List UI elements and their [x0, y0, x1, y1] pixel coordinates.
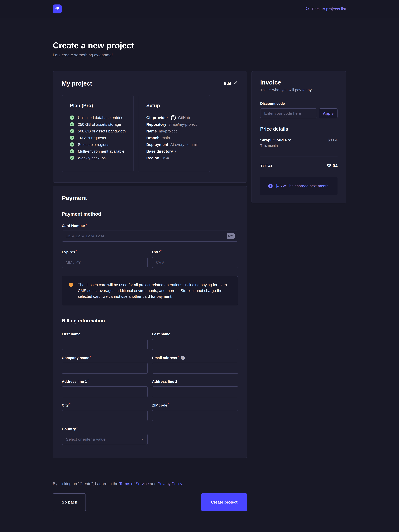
plan-feature-label: 1M API requests — [78, 136, 106, 140]
country-group: Country* Select or enter a value ▼ — [62, 427, 148, 445]
setup-row-value: USA — [161, 156, 169, 160]
plan-feature-row: Unlimited database entries — [70, 114, 127, 121]
my-project-card: My project Edit Plan (P — [53, 71, 247, 183]
required-asterisk: * — [69, 402, 70, 406]
setup-row: Branch main — [146, 135, 203, 141]
setup-row-value: my-project — [159, 129, 177, 133]
invoice-subtitle-emphasis: today — [302, 88, 312, 92]
pencil-icon — [234, 81, 237, 86]
plan-feature-row: 250 GB of assets storage — [70, 121, 127, 128]
address2-input[interactable] — [152, 386, 238, 397]
cvc-group: CVC* — [152, 250, 238, 268]
price-details-title: Price details — [260, 126, 338, 132]
setup-row-value: main — [162, 136, 170, 140]
back-to-projects-link[interactable]: ↻ Back to projects list — [305, 6, 346, 11]
setup-row: Region USA — [146, 155, 203, 161]
setup-row-label: Region — [146, 156, 159, 160]
back-icon: ↻ — [305, 6, 309, 11]
country-label: Country — [62, 427, 76, 431]
company-name-input[interactable] — [62, 363, 148, 374]
edit-button-label: Edit — [224, 81, 231, 86]
edit-button[interactable]: Edit — [223, 81, 238, 86]
email-info-icon[interactable]: i — [181, 356, 185, 360]
github-icon — [170, 115, 176, 120]
email-group: Email address* i — [152, 356, 238, 374]
card-number-input[interactable] — [62, 231, 238, 242]
terms-of-service-link[interactable]: Terms of Service — [119, 481, 149, 486]
cvc-input[interactable] — [152, 257, 238, 268]
plan-title: Plan (Pro) — [70, 103, 127, 108]
setup-title: Setup — [146, 103, 203, 108]
terms-suffix: . — [182, 481, 183, 486]
setup-row-value: / — [175, 149, 176, 153]
setup-row: Git provider GitHub — [146, 114, 203, 121]
address1-input[interactable] — [62, 386, 148, 397]
plan-feature-label: 250 GB of assets storage — [78, 122, 121, 127]
strapi-logo[interactable] — [53, 5, 62, 13]
warning-text: The chosen card will be used for all pro… — [78, 282, 231, 299]
last-name-group: Last name — [152, 332, 238, 350]
plan-feature-row: Selectable regions — [70, 141, 127, 148]
city-input[interactable] — [62, 410, 148, 421]
first-name-input[interactable] — [62, 339, 148, 350]
setup-row-label: Deployment — [146, 142, 168, 147]
setup-row: Name my-project — [146, 128, 203, 135]
company-name-group: Company name* — [62, 356, 148, 374]
setup-row-value: GitHub — [178, 116, 190, 120]
expires-group: Expires* — [62, 250, 148, 268]
plan-feature-row: 500 GB of assets bandwidth — [70, 128, 127, 135]
invoice-subtitle: This is what you will pay today — [260, 88, 338, 92]
discount-code-input[interactable] — [260, 108, 317, 118]
required-asterisk: * — [75, 249, 77, 253]
chevron-down-icon: ▼ — [141, 438, 144, 441]
setup-row-value: At every commit — [170, 142, 198, 147]
zip-label: ZIP code — [152, 403, 167, 407]
setup-row-value: strapi/my-project — [168, 122, 196, 127]
first-name-group: First name — [62, 332, 148, 350]
next-month-notice-text: $75 will be charged next month. — [275, 184, 329, 188]
required-asterisk: * — [90, 355, 91, 359]
plan-feature-label: Weekly backups — [78, 156, 106, 160]
payment-title: Payment — [62, 194, 238, 202]
plan-feature-label: Selectable regions — [78, 142, 109, 147]
address2-label: Address line 2 — [152, 380, 177, 384]
setup-row-label: Git provider — [146, 116, 168, 120]
privacy-policy-link[interactable]: Privacy Policy — [157, 481, 182, 486]
country-select-placeholder: Select or enter a value — [66, 437, 105, 442]
plan-feature-label: Multi-environment available — [78, 149, 124, 153]
setup-box: Setup Git provider GitHub Repository str… — [138, 95, 210, 172]
last-name-label: Last name — [152, 332, 170, 336]
check-icon — [70, 129, 74, 134]
required-asterisk: * — [160, 249, 161, 253]
zip-input[interactable] — [152, 410, 238, 421]
expires-label: Expires — [62, 250, 75, 254]
setup-row-label: Base directory — [146, 149, 173, 153]
my-project-title: My project — [62, 80, 92, 87]
plan-feature-label: Unlimited database entries — [78, 116, 123, 120]
expires-input[interactable] — [62, 257, 148, 268]
plan-feature-row: Multi-environment available — [70, 148, 127, 155]
email-input[interactable] — [152, 363, 238, 374]
total-amount: $8.04 — [327, 163, 338, 168]
page-subtitle: Lets create something awesome! — [53, 53, 346, 57]
card-usage-warning: ! The chosen card will be used for all p… — [62, 276, 238, 305]
go-back-button[interactable]: Go back — [53, 493, 86, 511]
strapi-logo-icon — [54, 6, 60, 12]
required-asterisk: * — [85, 223, 87, 227]
credit-card-icon — [227, 233, 235, 239]
invoice-card: Invoice This is what you will pay today … — [251, 71, 346, 203]
required-asterisk: * — [76, 426, 78, 430]
country-select[interactable]: Select or enter a value ▼ — [62, 434, 148, 445]
setup-row-label: Branch — [146, 136, 159, 140]
create-project-button[interactable]: Create project — [201, 493, 247, 511]
last-name-input[interactable] — [152, 339, 238, 350]
apply-button[interactable]: Apply — [319, 108, 338, 118]
check-icon — [70, 149, 74, 154]
cvc-label: CVC — [152, 250, 160, 254]
required-asterisk: * — [168, 402, 169, 406]
check-icon — [70, 136, 74, 140]
setup-row-label: Name — [146, 129, 157, 133]
terms-agreement-text: By clicking on "Create", I agree to the … — [53, 481, 346, 486]
price-item-amount: $8.04 — [328, 138, 338, 142]
plan-box: Plan (Pro) Unlimited database entries 25… — [62, 95, 134, 172]
